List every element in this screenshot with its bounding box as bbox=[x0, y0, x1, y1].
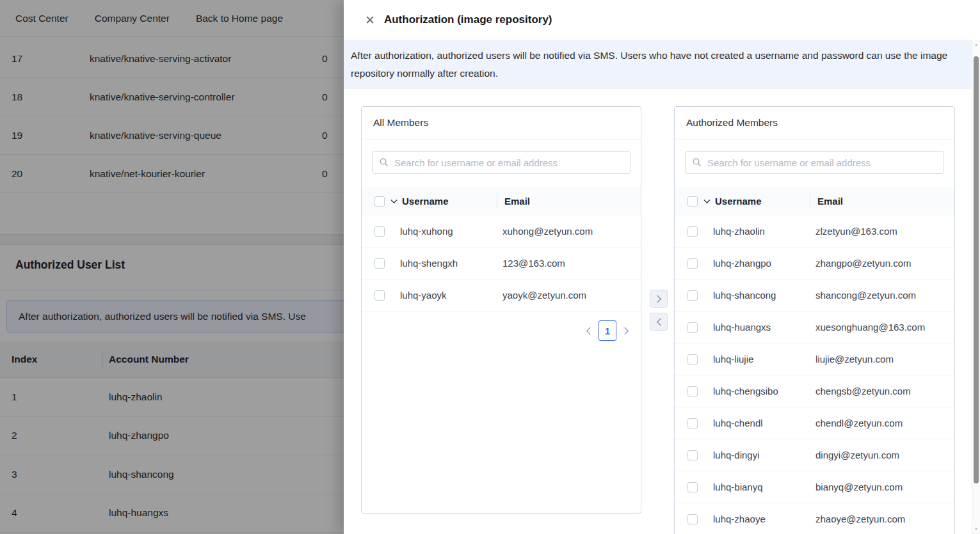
cell-email: bianyq@zetyun.com bbox=[815, 482, 903, 492]
chevron-down-icon[interactable] bbox=[703, 199, 711, 204]
scrollbar-thumb[interactable] bbox=[974, 56, 979, 483]
row-checkbox[interactable] bbox=[687, 514, 698, 524]
row-checkbox[interactable] bbox=[687, 354, 698, 365]
row-checkbox[interactable] bbox=[374, 258, 385, 269]
transfer-controls bbox=[650, 290, 668, 331]
search-input[interactable] bbox=[685, 151, 944, 174]
chevron-down-icon[interactable] bbox=[390, 199, 398, 204]
chevron-left-icon bbox=[656, 318, 662, 326]
cell-email: zhangpo@zetyun.com bbox=[815, 258, 911, 269]
all-members-panel: All Members Username Email bbox=[361, 106, 641, 514]
member-row: luhq-shancong shancong@zetyun.com bbox=[675, 279, 954, 311]
pagination-prev-icon[interactable] bbox=[584, 326, 593, 336]
cell-username: luhq-dingyi bbox=[713, 450, 815, 460]
row-checkbox[interactable] bbox=[374, 290, 385, 301]
cell-username: luhq-zhangpo bbox=[713, 258, 815, 269]
pagination-page-1[interactable]: 1 bbox=[598, 320, 616, 341]
cell-email: chendl@zetyun.com bbox=[815, 418, 903, 428]
cell-username: luhq-bianyq bbox=[713, 482, 815, 492]
row-checkbox[interactable] bbox=[687, 322, 698, 333]
authorization-drawer: ✕ Authorization (image repository) After… bbox=[344, 0, 980, 534]
members-table: Username Email luhq-zhaolin zlzetyun@163… bbox=[675, 187, 954, 534]
search-input[interactable] bbox=[372, 151, 631, 174]
cell-username: luhq-huangxs bbox=[713, 322, 815, 333]
search-wrap bbox=[685, 151, 944, 174]
search-icon bbox=[692, 157, 702, 169]
cell-email: shancong@zetyun.com bbox=[815, 290, 916, 301]
cell-email: zhaoye@zetyun.com bbox=[815, 514, 905, 524]
cell-email: xuesonghuang@163.com bbox=[815, 322, 925, 333]
scrollbar-down-icon[interactable]: ▾ bbox=[972, 526, 980, 531]
select-all-checkbox[interactable] bbox=[374, 196, 385, 207]
modal-scrollbar[interactable]: ▴ ▾ bbox=[972, 40, 980, 534]
members-table: Username Email luhq-xuhong xuhong@zetyun… bbox=[362, 187, 641, 311]
member-row: luhq-dingyi dingyi@zetyun.com bbox=[675, 439, 954, 471]
row-checkbox[interactable] bbox=[687, 226, 698, 237]
search-wrap bbox=[372, 151, 631, 174]
cell-username: luhq-liujie bbox=[713, 354, 815, 365]
row-checkbox[interactable] bbox=[687, 450, 698, 460]
scrollbar-up-icon[interactable]: ▴ bbox=[972, 42, 980, 47]
member-row: luhq-yaoyk yaoyk@zetyun.com bbox=[362, 279, 641, 311]
column-header-email: Email bbox=[497, 196, 530, 207]
chevron-right-icon bbox=[656, 295, 662, 303]
member-row: luhq-zhangpo zhangpo@zetyun.com bbox=[675, 247, 954, 279]
table-header: Username Email bbox=[675, 187, 954, 216]
member-row: luhq-bianyq bianyq@zetyun.com bbox=[675, 471, 954, 503]
cell-username: luhq-shengxh bbox=[400, 258, 502, 269]
panel-title: Authorized Members bbox=[675, 107, 954, 139]
member-row: luhq-chendl chendl@zetyun.com bbox=[675, 407, 954, 439]
member-row: luhq-huangxs xuesonghuang@163.com bbox=[675, 311, 954, 343]
table-header: Username Email bbox=[362, 187, 641, 216]
cell-username: luhq-xuhong bbox=[400, 226, 502, 237]
member-row: luhq-chengsibo chengsb@zetyun.com bbox=[675, 375, 954, 407]
row-checkbox[interactable] bbox=[687, 290, 698, 301]
cell-username: luhq-shancong bbox=[713, 290, 815, 301]
column-header-username: Username bbox=[715, 196, 810, 207]
row-checkbox[interactable] bbox=[687, 386, 698, 397]
screen: Cost Center Company Center Back to Home … bbox=[0, 0, 980, 534]
move-right-button[interactable] bbox=[650, 290, 668, 308]
drawer-title: Authorization (image repository) bbox=[384, 13, 552, 26]
column-header-username: Username bbox=[402, 196, 497, 207]
row-checkbox[interactable] bbox=[374, 226, 385, 237]
row-checkbox[interactable] bbox=[687, 258, 698, 269]
cell-email: xuhong@zetyun.com bbox=[502, 226, 593, 237]
select-all-checkbox[interactable] bbox=[687, 196, 698, 207]
cell-username: luhq-zhaolin bbox=[713, 226, 815, 237]
close-icon[interactable]: ✕ bbox=[365, 14, 375, 26]
cell-email: chengsb@zetyun.com bbox=[815, 386, 911, 397]
cell-username: luhq-zhaoye bbox=[713, 514, 815, 524]
member-row: luhq-shengxh 123@163.com bbox=[362, 247, 641, 279]
member-row: luhq-xuhong xuhong@zetyun.com bbox=[362, 216, 641, 247]
row-checkbox[interactable] bbox=[687, 418, 698, 428]
cell-email: 123@163.com bbox=[502, 258, 565, 269]
cell-username: luhq-yaoyk bbox=[400, 290, 502, 301]
panel-title: All Members bbox=[362, 107, 641, 139]
pagination: 1 bbox=[362, 320, 631, 341]
cell-email: zlzetyun@163.com bbox=[815, 226, 897, 237]
search-icon bbox=[379, 157, 389, 169]
row-checkbox[interactable] bbox=[687, 482, 698, 492]
member-row: luhq-zhaoye zhaoye@zetyun.com bbox=[675, 503, 954, 534]
member-row: luhq-zhaolin zlzetyun@163.com bbox=[675, 216, 954, 247]
member-row: luhq-liujie liujie@zetyun.com bbox=[675, 343, 954, 375]
sms-notice-banner: After authorization, authorized users wi… bbox=[344, 40, 972, 89]
sms-notice-text: After authorization, authorized users wi… bbox=[351, 50, 947, 79]
column-header-email: Email bbox=[810, 196, 843, 207]
pagination-next-icon[interactable] bbox=[622, 326, 631, 336]
cell-email: liujie@zetyun.com bbox=[815, 354, 894, 365]
cell-email: dingyi@zetyun.com bbox=[815, 450, 899, 460]
drawer-header: ✕ Authorization (image repository) bbox=[344, 0, 980, 40]
authorized-members-panel: Authorized Members Username Email bbox=[674, 106, 955, 534]
cell-username: luhq-chengsibo bbox=[713, 386, 815, 397]
move-left-button[interactable] bbox=[650, 313, 668, 331]
cell-email: yaoyk@zetyun.com bbox=[502, 290, 586, 301]
cell-username: luhq-chendl bbox=[713, 418, 815, 428]
